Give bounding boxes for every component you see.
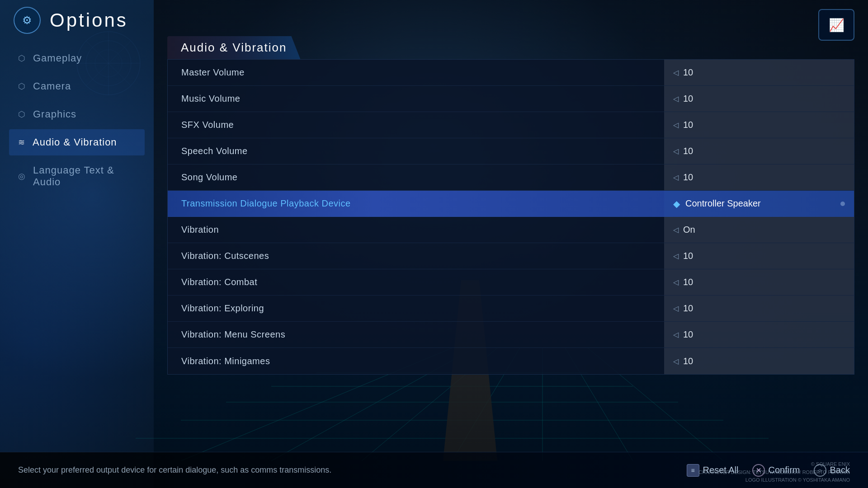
left-arrow-icon: ◁: [673, 94, 679, 103]
settings-row[interactable]: Vibration: Combat◁ 10: [168, 269, 854, 296]
setting-value[interactable]: ◁ 10: [664, 322, 854, 347]
copyright: © SQUARE ENIX CHARACTER DESIGN: TETSUYA …: [698, 460, 850, 484]
hint-text: Select your preferred output device for …: [18, 465, 687, 475]
left-arrow-icon: ◁: [673, 68, 679, 77]
setting-label: Transmission Dialogue Playback Device: [168, 198, 664, 209]
settings-row[interactable]: Vibration: Minigames◁ 10: [168, 348, 854, 374]
settings-row[interactable]: Vibration: Menu Screens◁ 10: [168, 322, 854, 348]
setting-value-text: 10: [683, 356, 693, 366]
settings-row[interactable]: Vibration◁ On: [168, 217, 854, 243]
setting-value-text: 10: [683, 277, 693, 287]
main-content: Audio & Vibration Master Volume◁ 10Music…: [167, 36, 854, 452]
graphics-icon: ⬡: [18, 109, 26, 119]
setting-value[interactable]: ◁ 10: [664, 112, 854, 138]
setting-value-text: 10: [683, 146, 693, 156]
chart-icon: 📈: [829, 18, 844, 33]
setting-label: Master Volume: [168, 67, 664, 78]
copyright-line3: LOGO ILLUSTRATION © YOSHITAKA AMANO: [698, 476, 850, 484]
setting-value[interactable]: ◁ 10: [664, 164, 854, 190]
setting-value[interactable]: ◁ 10: [664, 269, 854, 295]
setting-value[interactable]: ◁ 10: [664, 348, 854, 374]
settings-row[interactable]: Song Volume◁ 10: [168, 164, 854, 191]
setting-label: Music Volume: [168, 94, 664, 104]
gameplay-icon: ⬡: [18, 53, 26, 63]
setting-value[interactable]: ◁ 10: [664, 296, 854, 321]
setting-label: Speech Volume: [168, 146, 664, 156]
settings-row[interactable]: Vibration: Cutscenes◁ 10: [168, 243, 854, 269]
setting-value-text: 10: [683, 251, 693, 261]
setting-label: Vibration: Cutscenes: [168, 251, 664, 261]
top-right-icon[interactable]: 📈: [818, 9, 854, 41]
left-arrow-icon: ◁: [673, 147, 679, 155]
sidebar-item-gameplay[interactable]: ⬡ Gameplay: [9, 45, 145, 71]
sidebar-item-camera[interactable]: ⬡ Camera: [9, 73, 145, 99]
copyright-line1: © SQUARE ENIX: [698, 460, 850, 469]
setting-value-text: Controller Speaker: [685, 198, 761, 209]
left-arrow-icon: ◁: [673, 357, 679, 366]
left-arrow-icon: ◁: [673, 173, 679, 182]
setting-value-text: 10: [683, 67, 693, 78]
setting-value-text: 10: [683, 172, 693, 183]
left-arrow-icon: ◁: [673, 278, 679, 286]
settings-row[interactable]: Transmission Dialogue Playback Device◆ C…: [168, 191, 854, 217]
settings-table: Master Volume◁ 10Music Volume◁ 10SFX Vol…: [167, 59, 854, 375]
left-arrow-icon: ◁: [673, 225, 679, 234]
settings-row[interactable]: Music Volume◁ 10: [168, 86, 854, 112]
header: ⚙ Options: [0, 0, 868, 41]
setting-value[interactable]: ◁ 10: [664, 138, 854, 164]
value-dot: [840, 202, 845, 206]
sidebar-item-graphics[interactable]: ⬡ Graphics: [9, 101, 145, 127]
setting-label: SFX Volume: [168, 120, 664, 130]
sidebar-item-language-label: Language Text & Audio: [33, 164, 136, 188]
setting-label: Vibration: Menu Screens: [168, 329, 664, 340]
left-arrow-icon: ◁: [673, 252, 679, 260]
setting-value-text: 10: [683, 303, 693, 314]
setting-value-text: On: [683, 225, 695, 235]
setting-label: Vibration: [168, 225, 664, 235]
language-icon: ◎: [18, 171, 26, 181]
sidebar-item-audio-label: Audio & Vibration: [33, 136, 117, 148]
audio-icon: ≋: [18, 137, 25, 147]
settings-row[interactable]: Speech Volume◁ 10: [168, 138, 854, 164]
setting-label: Vibration: Combat: [168, 277, 664, 287]
setting-value[interactable]: ◁ On: [664, 217, 854, 243]
setting-label: Vibration: Minigames: [168, 356, 664, 366]
setting-value-text: 10: [683, 120, 693, 130]
diamond-arrow-icon: ◆: [673, 198, 680, 209]
setting-value-text: 10: [683, 94, 693, 104]
sidebar-nav: ⬡ Gameplay ⬡ Camera ⬡ Graphics ≋ Audio &…: [0, 45, 154, 197]
setting-label: Vibration: Exploring: [168, 303, 664, 314]
left-arrow-icon: ◁: [673, 330, 679, 339]
sidebar-item-audio[interactable]: ≋ Audio & Vibration: [9, 129, 145, 155]
sidebar-item-gameplay-label: Gameplay: [33, 52, 82, 64]
settings-gear-icon: ⚙: [22, 14, 32, 27]
settings-row[interactable]: SFX Volume◁ 10: [168, 112, 854, 138]
copyright-line2: CHARACTER DESIGN: TETSUYA NOMURA / ROBER…: [698, 469, 850, 477]
page-title: Options: [50, 9, 128, 31]
settings-row[interactable]: Master Volume◁ 10: [168, 60, 854, 86]
setting-value[interactable]: ◁ 10: [664, 60, 854, 85]
setting-value-text: 10: [683, 329, 693, 340]
setting-value[interactable]: ◆ Controller Speaker: [664, 191, 854, 216]
setting-value[interactable]: ◁ 10: [664, 243, 854, 269]
sidebar-item-camera-label: Camera: [33, 80, 71, 92]
left-arrow-icon: ◁: [673, 304, 679, 313]
left-arrow-icon: ◁: [673, 121, 679, 129]
sidebar-item-language[interactable]: ◎ Language Text & Audio: [9, 157, 145, 195]
camera-icon: ⬡: [18, 81, 26, 91]
setting-label: Song Volume: [168, 172, 664, 183]
reset-icon: ≡: [687, 464, 699, 477]
options-icon: ⚙: [14, 7, 41, 34]
section-title: Audio & Vibration: [181, 41, 287, 55]
sidebar-item-graphics-label: Graphics: [33, 108, 76, 120]
settings-row[interactable]: Vibration: Exploring◁ 10: [168, 296, 854, 322]
setting-value[interactable]: ◁ 10: [664, 86, 854, 112]
